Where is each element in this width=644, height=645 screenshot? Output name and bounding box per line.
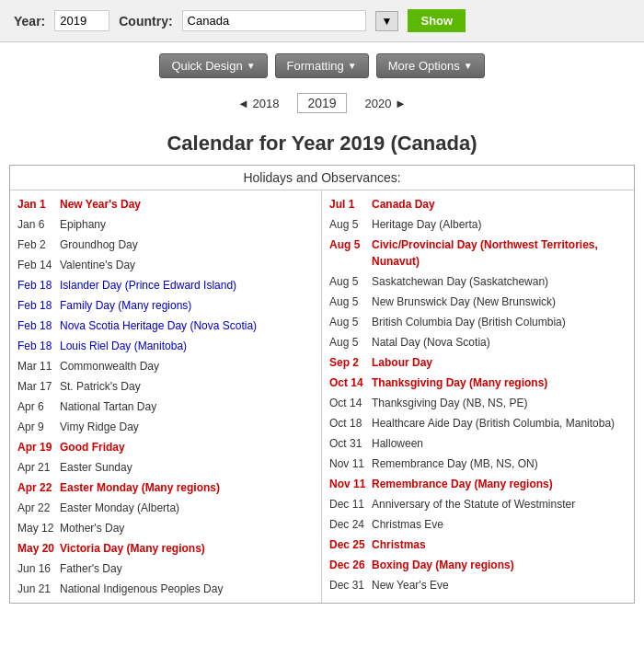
holiday-date: Dec 11 [329,496,368,513]
prev-year-link[interactable]: ◄ 2018 [237,97,279,110]
country-input[interactable] [182,10,366,31]
holiday-date: Apr 19 [17,439,56,455]
quick-design-arrow-icon: ▼ [247,61,256,71]
holiday-date: Apr 9 [17,419,56,435]
holiday-name: Valentine's Day [60,257,314,273]
list-item: Nov 11Remembrance Day (MB, NS, ON) [329,454,627,474]
holiday-name: Vimy Ridge Day [60,419,314,435]
country-dropdown-btn[interactable]: ▼ [375,11,399,31]
holiday-date: Dec 24 [329,516,368,533]
holiday-name: Healthcare Aide Day (British Columbia, M… [372,415,627,432]
holiday-date: Jun 21 [17,581,56,597]
list-item: Aug 5British Columbia Day (British Colum… [329,312,627,332]
list-item: Dec 26Boxing Day (Many regions) [329,555,627,575]
holiday-name: Father's Day [60,560,314,577]
holiday-date: Sep 2 [329,354,368,371]
current-year: 2019 [297,93,346,113]
holiday-date: Oct 31 [329,435,368,452]
list-item: Apr 21Easter Sunday [17,457,314,478]
list-item: Oct 14Thanksgiving Day (Many regions) [329,373,627,393]
holiday-name: Christmas [372,536,627,553]
holiday-date: Dec 25 [329,536,368,553]
holiday-name: Groundhog Day [60,236,314,253]
list-item: Sep 2Labour Day [329,352,627,373]
holiday-name: Anniversary of the Statute of Westminste… [372,496,627,513]
list-item: Apr 19Good Friday [17,437,314,457]
holiday-name: Remembrance Day (Many regions) [372,476,627,492]
holiday-date: Jul 1 [329,196,368,213]
holiday-name: Civic/Provincial Day (Northwest Territor… [372,236,627,270]
holiday-name: Thanksgiving Day (NB, NS, PE) [372,395,627,411]
holiday-name: Louis Riel Day (Manitoba) [60,338,314,354]
holiday-date: Feb 18 [17,277,56,294]
formatting-button[interactable]: Formatting ▼ [275,53,369,78]
holiday-date: May 20 [17,540,56,557]
holidays-table: Holidays and Observances: Jan 1New Year'… [9,165,635,604]
list-item: Aug 5Natal Day (Nova Scotia) [329,332,627,352]
holiday-date: Aug 5 [329,294,368,310]
holidays-header: Holidays and Observances: [10,166,634,190]
list-item: Apr 9Vimy Ridge Day [17,417,314,437]
next-year-link[interactable]: 2020 ► [365,97,407,110]
quick-design-button[interactable]: Quick Design ▼ [159,53,267,78]
holiday-name: Saskatchewan Day (Saskatchewan) [372,273,627,290]
holiday-date: Feb 2 [17,236,56,253]
list-item: Apr 22Easter Monday (Many regions) [17,478,314,498]
holiday-date: Apr 22 [17,479,56,496]
list-item: Aug 5New Brunswick Day (New Brunswick) [329,292,627,312]
holiday-name: National Tartan Day [60,398,314,415]
more-options-arrow-icon: ▼ [464,61,473,71]
holiday-name: British Columbia Day (British Columbia) [372,314,627,330]
holiday-name: Remembrance Day (MB, NS, ON) [372,455,627,472]
holiday-name: Victoria Day (Many regions) [60,540,314,557]
holiday-date: Nov 11 [329,476,368,492]
list-item: May 12Mother's Day [17,518,314,538]
holiday-date: Apr 6 [17,398,56,415]
top-bar: Year: Country: ▼ Show [0,0,644,42]
holiday-name: Christmas Eve [372,516,627,533]
country-label: Country: [119,14,172,29]
holiday-date: Oct 14 [329,395,368,411]
holiday-date: Dec 31 [329,577,368,593]
list-item: Aug 5Heritage Day (Alberta) [329,214,627,235]
list-item: Dec 24Christmas Eve [329,514,627,535]
nav-bar: ◄ 2018 2019 2020 ► [0,86,644,121]
holiday-name: Thanksgiving Day (Many regions) [372,374,627,391]
list-item: Apr 22Easter Monday (Alberta) [17,498,314,518]
holiday-date: May 12 [17,520,56,536]
holiday-name: Islander Day (Prince Edward Island) [60,277,314,294]
holiday-name: Boxing Day (Many regions) [372,557,627,573]
left-holidays-col: Jan 1New Year's DayJan 6EpiphanyFeb 2Gro… [10,190,322,603]
holiday-name: St. Patrick's Day [60,378,314,395]
holiday-name: Natal Day (Nova Scotia) [372,334,627,351]
holiday-name: Easter Sunday [60,459,314,476]
holiday-name: New Year's Day [60,196,314,213]
list-item: Dec 11Anniversary of the Statute of West… [329,494,627,514]
more-options-button[interactable]: More Options ▼ [376,53,485,78]
holiday-date: Mar 11 [17,358,56,374]
list-item: Mar 17St. Patrick's Day [17,376,314,397]
holiday-name: Mother's Day [60,520,314,536]
holiday-date: Aug 5 [329,273,368,290]
holiday-date: Apr 22 [17,500,56,516]
list-item: Oct 14Thanksgiving Day (NB, NS, PE) [329,393,627,413]
list-item: Feb 14Valentine's Day [17,255,314,275]
holiday-name: National Indigenous Peoples Day [60,581,314,597]
holiday-date: Mar 17 [17,378,56,395]
list-item: May 20Victoria Day (Many regions) [17,538,314,559]
list-item: Feb 18Louis Riel Day (Manitoba) [17,336,314,356]
holiday-name: Good Friday [60,439,314,455]
holiday-name: Family Day (Many regions) [60,297,314,314]
list-item: Dec 25Christmas [329,535,627,555]
list-item: Feb 18Islander Day (Prince Edward Island… [17,275,314,295]
list-item: Feb 18Family Day (Many regions) [17,295,314,316]
list-item: Feb 18Nova Scotia Heritage Day (Nova Sco… [17,316,314,336]
year-input[interactable] [54,10,109,31]
formatting-arrow-icon: ▼ [348,61,357,71]
holiday-name: Easter Monday (Alberta) [60,500,314,516]
list-item: Feb 2Groundhog Day [17,235,314,255]
show-button[interactable]: Show [408,9,466,32]
holiday-name: New Brunswick Day (New Brunswick) [372,294,627,310]
holiday-name: Canada Day [372,196,627,213]
list-item: Apr 6National Tartan Day [17,397,314,417]
